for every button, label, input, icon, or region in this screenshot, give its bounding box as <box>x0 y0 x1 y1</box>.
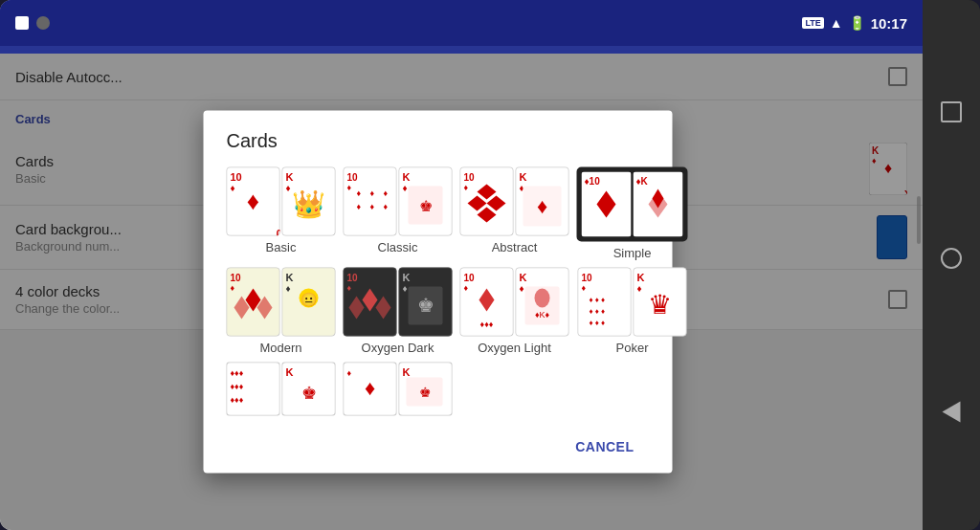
svg-text:10: 10 <box>464 273 476 283</box>
modern-card-king: K ♦ 😐 <box>282 268 336 337</box>
card-option-abstract[interactable]: 10 ♦ K ♦ <box>460 167 569 260</box>
svg-text:♚: ♚ <box>419 198 433 214</box>
app-screen: ← Appeara... Disable Autocc... Cards Car… <box>0 0 923 530</box>
svg-text:♦: ♦ <box>347 283 352 293</box>
simple-label: Simple <box>613 246 652 260</box>
basic-card-10: 10 ♦ ♦ 10 <box>227 167 280 236</box>
svg-text:♦K♦: ♦K♦ <box>535 310 550 320</box>
svg-text:K: K <box>286 272 294 283</box>
svg-text:10: 10 <box>277 228 280 236</box>
svg-text:K: K <box>637 272 645 283</box>
svg-text:K: K <box>286 171 294 183</box>
svg-text:♦: ♦ <box>231 183 235 193</box>
svg-text:👑: 👑 <box>292 188 325 220</box>
svg-text:♦K: ♦K <box>636 176 649 187</box>
svg-text:♦10: ♦10 <box>585 176 601 187</box>
svg-text:10: 10 <box>347 172 359 183</box>
svg-text:♦ ♦ ♦: ♦ ♦ ♦ <box>590 296 606 304</box>
svg-text:♚: ♚ <box>419 385 432 400</box>
simple-card-king: ♦K <box>634 172 683 237</box>
poker-card-10: 10 ♦ ♦ ♦ ♦ ♦ ♦ ♦ ♦ ♦ ♦ <box>578 268 632 337</box>
svg-text:K: K <box>403 272 411 283</box>
card-options-partial-row: ♦♦♦ ♦♦♦ ♦♦♦ K ♚ <box>227 363 650 416</box>
card-option-basic[interactable]: 10 ♦ ♦ 10 K ♦ 👑 <box>227 167 336 260</box>
svg-text:♦: ♦ <box>370 202 375 211</box>
oxygen-dark-card-king: K ♦ ♚ <box>399 268 453 337</box>
oxygen-dark-card-10: 10 ♦ <box>344 268 397 337</box>
svg-text:10: 10 <box>231 273 242 283</box>
notif-icon-2 <box>36 16 50 30</box>
svg-text:10: 10 <box>347 273 359 283</box>
svg-text:K: K <box>520 171 527 183</box>
extra1-card-b: K ♚ <box>282 363 336 416</box>
svg-text:♚: ♚ <box>301 384 317 403</box>
nav-bar <box>923 0 980 530</box>
svg-text:K: K <box>403 366 411 378</box>
modern-label: Modern <box>259 341 301 355</box>
card-options-grid: 10 ♦ ♦ 10 K ♦ 👑 <box>227 167 650 355</box>
oxygen-dark-label: Oxygen Dark <box>362 341 434 355</box>
card-option-simple[interactable]: ♦10 ♦K Simple <box>577 167 688 260</box>
lte-badge: LTE <box>802 17 823 29</box>
svg-text:♚: ♚ <box>417 295 434 316</box>
svg-text:♦: ♦ <box>520 283 524 294</box>
svg-text:10: 10 <box>464 172 476 183</box>
svg-text:♦♦♦: ♦♦♦ <box>231 382 244 391</box>
app-content: Disable Autocc... Cards Cards Basic K <box>0 54 923 530</box>
svg-text:K: K <box>403 171 411 183</box>
svg-text:♦♦♦: ♦♦♦ <box>231 395 244 405</box>
nav-back-button[interactable] <box>934 394 969 429</box>
svg-text:♦: ♦ <box>537 194 547 218</box>
svg-text:♦: ♦ <box>637 283 642 294</box>
dialog-actions: CANCEL <box>227 420 650 474</box>
svg-text:♦: ♦ <box>286 183 291 193</box>
svg-text:♦♦♦: ♦♦♦ <box>231 368 244 378</box>
oxygen-light-card-king: K ♦ ♦K♦ <box>516 268 569 337</box>
svg-text:♦: ♦ <box>365 376 375 400</box>
card-option-extra2[interactable]: ♦ ♦ K ♚ <box>344 363 453 416</box>
abstract-label: Abstract <box>492 240 538 254</box>
cancel-button[interactable]: CANCEL <box>560 431 649 462</box>
svg-text:♦: ♦ <box>464 183 469 192</box>
nav-circle-button[interactable] <box>941 248 962 269</box>
svg-text:♦: ♦ <box>582 283 587 293</box>
poker-card-king: K ♦ ♛ <box>634 268 687 337</box>
svg-text:♦: ♦ <box>464 283 469 293</box>
svg-text:♦: ♦ <box>357 202 362 211</box>
card-option-oxygen-dark[interactable]: 10 ♦ K ♦ ♚ <box>344 268 453 355</box>
svg-text:♦: ♦ <box>347 368 352 378</box>
nav-square-button[interactable] <box>941 101 962 122</box>
status-bar-right: LTE ▲ 🔋 10:17 <box>802 15 907 32</box>
status-bar-left <box>15 16 50 30</box>
cards-dialog: Cards 10 ♦ ♦ 10 <box>204 111 673 474</box>
svg-text:♦: ♦ <box>384 202 389 211</box>
svg-text:K: K <box>286 366 294 378</box>
card-option-classic[interactable]: 10 ♦ ♦ ♦ ♦ ♦ ♦ ♦ <box>344 167 453 260</box>
card-option-extra1[interactable]: ♦♦♦ ♦♦♦ ♦♦♦ K ♚ <box>227 363 336 416</box>
card-option-poker[interactable]: 10 ♦ ♦ ♦ ♦ ♦ ♦ ♦ ♦ ♦ ♦ K ♦ ♛ <box>577 268 688 355</box>
oxygen-light-card-10: 10 ♦ ♦♦♦ <box>460 268 514 337</box>
simple-card-10: ♦10 <box>582 172 632 237</box>
signal-icon: ▲ <box>830 15 843 31</box>
extra2-card-b: K ♚ <box>399 363 453 416</box>
device-frame: LTE ▲ 🔋 10:17 ← Appeara... Disable Autoc… <box>0 0 980 530</box>
extra1-card-a: ♦♦♦ ♦♦♦ ♦♦♦ <box>227 363 280 416</box>
abstract-card-10: 10 ♦ <box>460 167 514 236</box>
classic-card-10: 10 ♦ ♦ ♦ ♦ ♦ ♦ ♦ <box>344 167 397 236</box>
svg-text:♦: ♦ <box>247 187 259 215</box>
extra2-card-a: ♦ ♦ <box>344 363 397 416</box>
card-option-modern[interactable]: 10 ♦ K ♦ <box>227 268 336 355</box>
basic-card-king: K ♦ 👑 <box>282 167 336 236</box>
svg-text:♦♦♦: ♦♦♦ <box>480 320 494 329</box>
svg-text:♦: ♦ <box>403 283 408 294</box>
svg-text:♦: ♦ <box>370 188 375 198</box>
svg-text:♦: ♦ <box>231 283 235 293</box>
svg-text:♛: ♛ <box>648 290 672 320</box>
card-option-oxygen-light[interactable]: 10 ♦ ♦♦♦ K ♦ <box>460 268 569 355</box>
svg-text:10: 10 <box>231 171 242 183</box>
oxygen-light-label: Oxygen Light <box>478 341 551 355</box>
svg-point-78 <box>535 289 550 308</box>
svg-text:♦ ♦ ♦: ♦ ♦ ♦ <box>590 319 606 327</box>
svg-text:10: 10 <box>582 273 593 283</box>
svg-text:♦: ♦ <box>384 188 389 198</box>
